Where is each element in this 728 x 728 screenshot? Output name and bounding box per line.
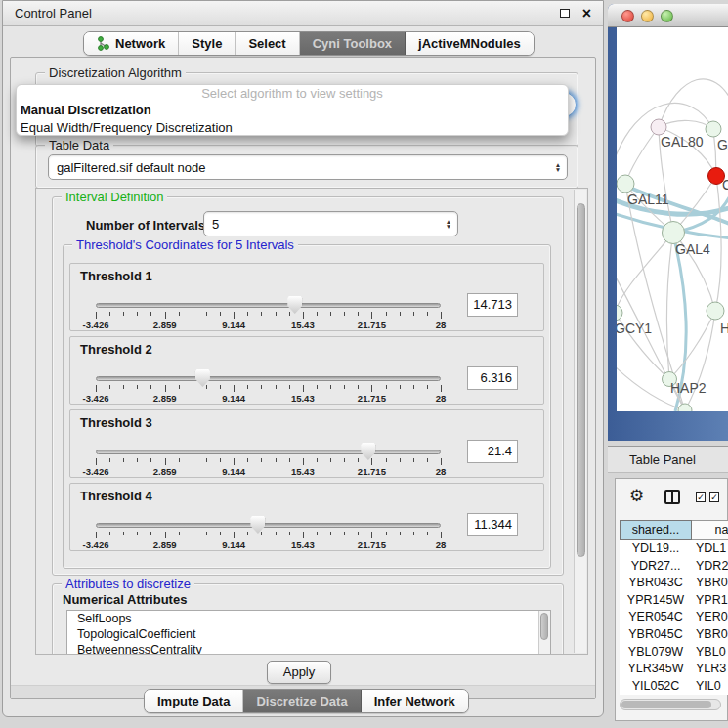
major-tick [303, 312, 304, 319]
table-hscrollbar-thumb[interactable] [621, 701, 711, 708]
tick-label: 15.43 [281, 393, 324, 404]
column-header-na[interactable]: na [692, 520, 728, 540]
tab-impute-data[interactable]: Impute Data [145, 690, 243, 712]
slider-track[interactable] [96, 523, 441, 528]
threshold-value-field[interactable]: 14.713 [467, 293, 518, 317]
minor-tick [261, 385, 262, 389]
tab-network[interactable]: Network [84, 32, 179, 55]
zoom-traffic-light[interactable] [661, 10, 673, 22]
slider-thumb[interactable] [195, 369, 210, 387]
minor-tick [137, 312, 138, 316]
network-canvas[interactable]: GAL80GACGAL11GAL4GCY1HHAP2 [617, 27, 728, 411]
network-window-titlebar[interactable] [608, 4, 728, 27]
checkbox-icon[interactable]: ✓ [709, 492, 719, 502]
dropdown-option-manual-discretization[interactable]: Manual Discretization [17, 102, 568, 119]
minor-tick [150, 458, 151, 462]
dropdown-placeholder-item[interactable]: Select algorithm to view settings [17, 85, 568, 102]
major-tick [441, 312, 442, 319]
minor-tick [247, 385, 248, 389]
tick-label: -3.426 [74, 320, 117, 330]
attributes-scrollbar-thumb[interactable] [540, 613, 548, 640]
tab-select[interactable]: Select [236, 32, 299, 55]
threshold-value-field[interactable]: 11.344 [467, 513, 518, 536]
network-node-gal11[interactable] [617, 175, 634, 193]
table-row[interactable]: YIL052CYIL0 [620, 678, 728, 696]
checkbox-icon[interactable]: ✓ [696, 492, 706, 502]
table-row[interactable]: YDR27...YDR2 [620, 558, 728, 576]
network-edge [625, 127, 659, 184]
minor-tick [427, 458, 428, 462]
table-panel-titlebar[interactable]: Table Panel [608, 446, 728, 473]
minor-tick [150, 532, 151, 535]
minor-tick [358, 385, 359, 389]
minor-tick [261, 312, 262, 316]
slider-track[interactable] [96, 376, 441, 381]
table-row[interactable]: YPR145WYPR1 [620, 592, 728, 610]
table-panel-title: Table Panel [629, 447, 696, 473]
attribute-list-item-betweennesscentrality[interactable]: BetweennessCentrality [67, 642, 550, 655]
split-panel-icon[interactable] [664, 490, 680, 504]
gear-icon[interactable]: ⚙ [629, 487, 644, 506]
cyni-toolbox-panel: Discretization Algorithm Select algorith… [10, 57, 596, 699]
attribute-list-item-selfloops[interactable]: SelfLoops [67, 611, 550, 626]
table-row[interactable]: YLR345WYLR3 [620, 661, 728, 678]
table-row[interactable]: YER054CYER0 [620, 609, 728, 626]
tab-discretize-data[interactable]: Discretize Data [243, 690, 361, 712]
network-node-h[interactable] [707, 302, 724, 320]
minor-tick [150, 312, 151, 316]
table-row[interactable]: YDL19...YDL1 [620, 540, 728, 558]
table-cell: YIL052C [620, 678, 692, 696]
table-row[interactable]: YBR043CYBR0 [620, 575, 728, 592]
network-node-bottom-node[interactable] [678, 404, 692, 411]
table-row[interactable]: YBR045CYBR0 [620, 626, 728, 644]
tab-cyni-toolbox[interactable]: Cyni Toolbox [300, 32, 406, 55]
tick-label: 15.43 [281, 466, 324, 477]
table-data-combobox[interactable]: galFiltered.sif default node ▲▼ [48, 154, 568, 180]
attribute-list-item-topologicalcoefficient[interactable]: TopologicalCoefficient [67, 626, 550, 642]
slider-track[interactable] [96, 303, 441, 308]
minimize-traffic-light[interactable] [641, 10, 654, 22]
tab-style[interactable]: Style [179, 32, 236, 55]
minor-tick [193, 458, 193, 462]
close-traffic-light[interactable] [621, 10, 634, 22]
minor-tick [386, 532, 387, 535]
slider-thumb[interactable] [250, 516, 265, 534]
minor-tick [358, 458, 359, 462]
apply-button[interactable]: Apply [267, 661, 331, 684]
minor-tick [317, 385, 318, 389]
control-panel-titlebar[interactable]: Control Panel × [3, 1, 603, 26]
network-node-ga[interactable] [706, 121, 721, 137]
column-header-shared-[interactable]: shared... [620, 520, 692, 540]
threshold-label: Threshold 2 [80, 342, 152, 357]
network-node-gal80[interactable] [651, 119, 666, 135]
minor-tick [413, 312, 414, 316]
minor-tick [220, 385, 221, 389]
major-tick [165, 532, 166, 538]
number-of-intervals-combobox[interactable]: 5 ▲▼ [203, 211, 458, 236]
tab-jactivemnodules[interactable]: jActiveMNodules [406, 32, 534, 55]
table-cell: YER054C [620, 609, 692, 626]
attributes-list-scrollbar[interactable] [538, 611, 550, 655]
slider-thumb[interactable] [361, 443, 375, 460]
settings-vertical-scrollbar[interactable] [574, 190, 586, 653]
dropdown-option-equal-width-frequency-discretization[interactable]: Equal Width/Frequency Discretization [17, 119, 568, 136]
close-icon[interactable]: × [582, 3, 591, 24]
table-row[interactable]: YBL079WYBL0 [620, 644, 728, 662]
table-horizontal-scrollbar[interactable] [620, 699, 721, 710]
settings-scrollbar-thumb[interactable] [577, 203, 585, 557]
minor-tick [179, 458, 180, 462]
minor-tick [330, 458, 331, 462]
tab-infer-network[interactable]: Infer Network [362, 690, 468, 712]
slider-track[interactable] [96, 450, 441, 454]
threshold-value-field[interactable]: 6.316 [467, 366, 518, 390]
minor-tick [344, 385, 345, 389]
major-tick [96, 385, 97, 392]
minor-tick [261, 532, 262, 535]
major-tick [234, 385, 235, 392]
minor-tick [386, 385, 387, 389]
minor-tick [109, 385, 110, 389]
network-node-gcy1[interactable] [617, 305, 622, 321]
threshold-value-field[interactable]: 21.4 [467, 440, 518, 463]
minor-tick [289, 312, 290, 316]
restore-icon[interactable] [560, 9, 570, 18]
